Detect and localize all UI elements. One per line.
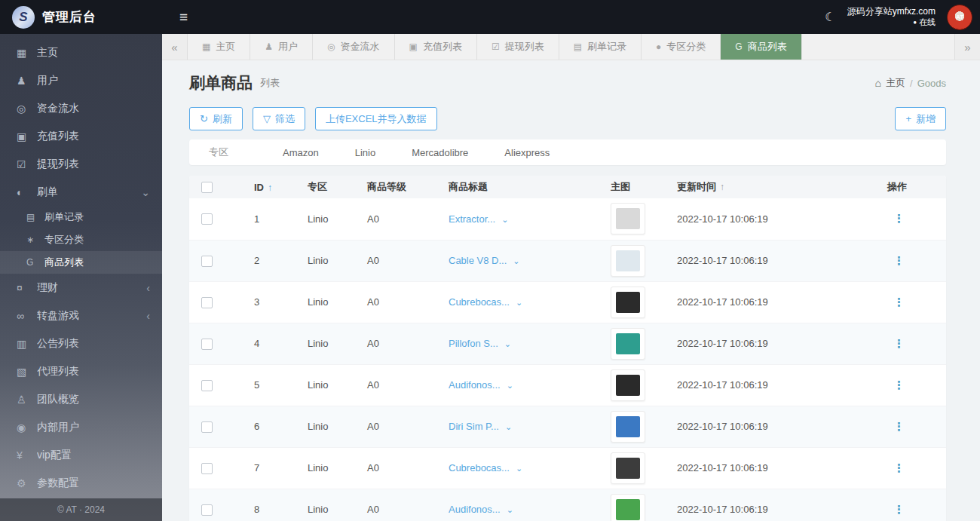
sidebar-toggle-button[interactable]: ≡ [179,9,188,26]
row-checkbox[interactable] [201,504,213,516]
tab-order-record[interactable]: ▤刷单记录 [559,34,642,60]
zone-option-linio[interactable]: Linio [355,147,375,158]
sidebar-item-home[interactable]: ▦主页 [0,38,162,66]
tab-home[interactable]: ▦主页 [188,34,250,60]
cell-zone: Linio [308,198,367,240]
sidebar-item-users[interactable]: ♟用户 [0,66,162,94]
refresh-button[interactable]: ↻ 刷新 [189,107,243,130]
expand-caret-icon[interactable]: ⌄ [507,381,513,390]
table-row: 2LinioA0Cable V8 D...⌄2022-10-17 10:06:1… [189,240,946,281]
row-actions-button[interactable]: ⋮ [887,337,905,350]
row-actions-button[interactable]: ⋮ [887,420,905,433]
sidebar-item-finance[interactable]: ¤理财‹ [0,274,162,302]
col-header-zone[interactable]: 专区 [308,176,367,198]
sidebar-item-team-overview[interactable]: ♙团队概览 [0,385,162,413]
row-checkbox[interactable] [201,213,213,225]
sidebar-item-label: 提现列表 [37,158,150,171]
product-title-link[interactable]: Cable V8 D... [449,255,507,266]
expand-caret-icon[interactable]: ⌄ [507,505,513,514]
tab-zone-category[interactable]: ●专区分类 [642,34,721,60]
col-header-id[interactable]: ID [254,182,264,193]
sidebar-item-notice-list[interactable]: ▥公告列表 [0,329,162,357]
goods-table-card: ID↑ 专区 商品等级 商品标题 主图 更新时间↑ 操作 1LinioA0Ext… [189,176,946,521]
sidebar-item-withdraw-list[interactable]: ☑提现列表 [0,150,162,178]
tab-funds-flow[interactable]: ◎资金流水 [313,34,394,60]
col-header-title[interactable]: 商品标题 [449,176,611,198]
row-checkbox[interactable] [201,463,213,474]
sidebar-item-brush-order[interactable]: ◐刷单⌄ [0,178,162,206]
sidebar: ▦主页♟用户◎资金流水▣充值列表☑提现列表◐刷单⌄▤刷单记录∗专区分类G商品列表… [0,34,162,521]
tab-users[interactable]: ♟用户 [250,34,313,60]
expand-caret-icon[interactable]: ⌄ [505,422,512,431]
tabs-scroll-right-button[interactable]: » [954,34,980,60]
sidebar-item-goods-list[interactable]: G商品列表 [0,251,162,274]
expand-caret-icon[interactable]: ⌄ [513,256,519,265]
expand-caret-icon[interactable]: ⌄ [504,339,511,348]
site-link[interactable]: 源码分享站ymfxz.com [847,6,936,17]
row-checkbox[interactable] [201,256,213,267]
product-thumbnail[interactable] [611,494,645,521]
avatar[interactable]: AT [947,5,972,30]
row-actions-button[interactable]: ⋮ [887,212,905,225]
sidebar-item-label: 转盘游戏 [37,309,146,323]
tabs-scroll-left-button[interactable]: « [162,34,188,60]
expand-caret-icon[interactable]: ⌄ [516,464,522,473]
row-actions-button[interactable]: ⋮ [887,378,905,391]
product-thumbnail[interactable] [611,203,645,234]
zone-option-amazon[interactable]: Amazon [283,147,319,158]
row-checkbox[interactable] [201,421,213,433]
upload-excel-button[interactable]: 上传EXCEL并导入数据 [315,107,437,130]
row-actions-button[interactable]: ⋮ [887,296,905,308]
zone-option-aliexpress[interactable]: Aliexpress [504,147,550,158]
sidebar-item-agent-list[interactable]: ▧代理列表 [0,357,162,385]
row-checkbox[interactable] [201,339,213,350]
product-thumbnail[interactable] [611,287,645,318]
row-checkbox[interactable] [201,297,213,308]
product-title-link[interactable]: Pillofon S... [449,338,498,349]
cell-zone: Linio [308,406,367,447]
product-title-link[interactable]: Cubrebocas... [449,296,510,308]
sort-asc-icon[interactable]: ↑ [720,182,724,192]
row-actions-button[interactable]: ⋮ [887,503,905,516]
sidebar-item-funds-flow[interactable]: ◎资金流水 [0,94,162,122]
cell-grade: A0 [367,406,449,447]
col-header-grade[interactable]: 商品等级 [367,176,449,198]
product-title-link[interactable]: Audifonos... [449,504,501,515]
row-actions-button[interactable]: ⋮ [887,461,905,474]
sidebar-menu: ▦主页♟用户◎资金流水▣充值列表☑提现列表◐刷单⌄▤刷单记录∗专区分类G商品列表… [0,34,162,498]
tab-goods-list[interactable]: G商品列表 [721,34,801,60]
sidebar-item-zone-category[interactable]: ∗专区分类 [0,228,162,251]
zone-option-mercadolibre[interactable]: Mercadolibre [412,147,468,158]
add-button[interactable]: + 新增 [895,107,946,130]
select-all-checkbox[interactable] [201,182,213,193]
row-actions-button[interactable]: ⋮ [887,254,905,267]
dark-mode-toggle[interactable]: ☾ [825,10,835,24]
expand-caret-icon[interactable]: ⌄ [501,215,508,224]
sidebar-item-vip-config[interactable]: ¥vip配置 [0,441,162,469]
sidebar-item-params-config[interactable]: ⚙参数配置 [0,469,162,497]
order-record-icon: ▤ [26,212,44,222]
product-thumbnail[interactable] [611,369,645,401]
product-title-link[interactable]: Audifonos... [449,379,501,391]
sidebar-item-order-record[interactable]: ▤刷单记录 [0,206,162,228]
sidebar-item-label: 用户 [37,74,150,87]
product-thumbnail[interactable] [611,245,645,277]
sidebar-item-wheel-game[interactable]: ∞转盘游戏‹ [0,302,162,329]
breadcrumb-home[interactable]: 主页 [886,76,905,90]
product-title-link[interactable]: Cubrebocas... [449,462,510,473]
sort-asc-icon[interactable]: ↑ [268,182,272,193]
col-header-updated[interactable]: 更新时间 [677,181,716,192]
product-title-link[interactable]: Extractor... [449,213,495,225]
row-checkbox[interactable] [201,380,213,391]
product-thumbnail[interactable] [611,411,645,443]
product-thumbnail[interactable] [611,452,645,484]
expand-caret-icon[interactable]: ⌄ [516,298,522,307]
sidebar-item-recharge-list[interactable]: ▣充值列表 [0,122,162,150]
product-thumbnail[interactable] [611,328,645,360]
brush-order-icon: ◐ [17,186,37,198]
product-title-link[interactable]: Diri Sim P... [449,421,499,432]
tab-withdraw-list[interactable]: ☑提现列表 [477,34,559,60]
sidebar-item-internal-users[interactable]: ◉内部用户 [0,413,162,441]
tab-recharge-list[interactable]: ▣充值列表 [395,34,477,60]
filter-button[interactable]: ▽ 筛选 [253,107,305,130]
